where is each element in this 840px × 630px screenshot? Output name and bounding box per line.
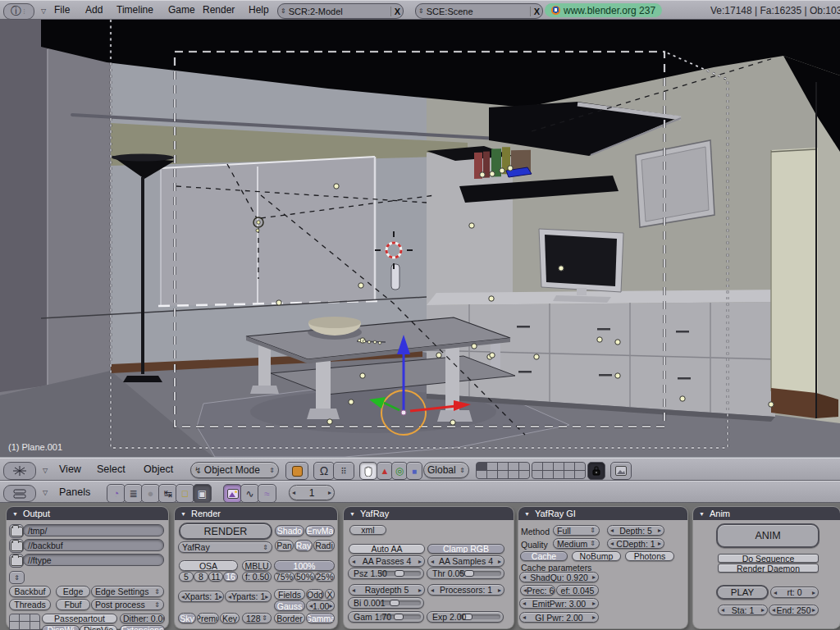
layer-toggle[interactable] bbox=[554, 471, 564, 478]
dispview-toggle[interactable]: DispVie bbox=[80, 625, 117, 630]
xparts-field[interactable]: ◂Xparts: 1▸ bbox=[178, 591, 224, 602]
size-25-button[interactable]: 25% bbox=[315, 572, 335, 582]
manipulator-scale-toggle[interactable]: ■ bbox=[406, 462, 422, 480]
layer-toggle[interactable] bbox=[519, 463, 529, 470]
backbuf-toggle[interactable]: Backbuf bbox=[9, 586, 51, 597]
thr-slider[interactable]: Thr 0.05 bbox=[427, 568, 504, 579]
post-process-menu[interactable]: Post process⇕ bbox=[91, 599, 164, 610]
premul-toggle[interactable]: Premu bbox=[197, 613, 219, 623]
psz-slider[interactable]: Psz 1.50 bbox=[348, 568, 424, 579]
aa-samples-field[interactable]: ◂AA Samples 4▸ bbox=[427, 555, 504, 567]
size-75-button[interactable]: 75% bbox=[274, 572, 294, 582]
dither-field[interactable]: Dither: 0.000 bbox=[120, 614, 165, 623]
play-button[interactable]: PLAY bbox=[716, 585, 769, 600]
anim-panel-header[interactable]: ▼Anim bbox=[693, 507, 840, 520]
window[interactable] bbox=[158, 157, 379, 306]
sta-field[interactable]: ◂Sta: 1▸ bbox=[718, 605, 768, 615]
layer-grid-2[interactable] bbox=[532, 462, 586, 479]
viewport-3d[interactable]: (1) Plane.001 bbox=[0, 20, 840, 458]
render-panel-header[interactable]: ▼Render bbox=[175, 507, 337, 520]
render-preview-button[interactable] bbox=[610, 462, 632, 480]
gipwr-field[interactable]: ◂GI Pwr: 2.00▸ bbox=[519, 612, 599, 623]
screen-browse-icon[interactable]: ⇕ bbox=[281, 7, 286, 15]
object-menu[interactable]: Object bbox=[144, 459, 173, 480]
panel-collapse-icon[interactable]: ▼ bbox=[349, 511, 355, 517]
osa-11-button[interactable]: 11 bbox=[208, 572, 223, 582]
header-collapse-icon[interactable]: ▽ bbox=[41, 7, 46, 15]
sequencer-subcontext-button[interactable]: ∿ bbox=[240, 484, 259, 503]
extensions-toggle[interactable]: Extensions bbox=[120, 625, 165, 630]
manipulator-rotate-toggle[interactable]: ◎ bbox=[391, 462, 408, 480]
bowl[interactable] bbox=[308, 317, 362, 340]
sideboard[interactable] bbox=[427, 290, 783, 422]
clamp-rgb-toggle[interactable]: Clamp RGB bbox=[427, 544, 504, 554]
render-window-position-grid[interactable] bbox=[9, 614, 40, 630]
layer-toggle[interactable] bbox=[575, 463, 585, 470]
shadow-toggle[interactable]: Shado bbox=[275, 525, 304, 536]
output-mini-menu-button[interactable]: ⇕ bbox=[9, 571, 25, 584]
render-subcontext-button[interactable] bbox=[223, 484, 242, 503]
do-sequence-toggle[interactable]: Do Sequence bbox=[718, 554, 819, 563]
layer-toggle[interactable] bbox=[554, 463, 564, 470]
photons-toggle[interactable]: Photons bbox=[625, 551, 674, 561]
screen-selector[interactable]: ⇕ SCR:2-Model X bbox=[277, 3, 404, 19]
blender-link[interactable]: www.blender.org 237 bbox=[545, 3, 662, 17]
cache-toggle[interactable]: Cache bbox=[520, 551, 568, 561]
gauss-value-field[interactable]: ◂1.00▸ bbox=[306, 600, 335, 611]
rt-field[interactable]: ◂rt: 0▸ bbox=[770, 587, 819, 598]
key-toggle[interactable]: Key bbox=[220, 613, 240, 623]
panel-collapse-icon[interactable]: ▼ bbox=[180, 511, 186, 517]
menu-timeline[interactable]: Timeline bbox=[116, 1, 153, 19]
yafray-gi-panel-header[interactable]: ▼YafRay GI bbox=[518, 507, 687, 520]
octree-dropdown[interactable]: 128⇕ bbox=[242, 613, 272, 623]
gamma-toggle[interactable]: Gamma bbox=[306, 613, 335, 623]
refinement-field[interactable]: ef: 0.045 bbox=[556, 585, 599, 596]
layer-toggle[interactable] bbox=[477, 471, 486, 478]
select-menu[interactable]: Select bbox=[97, 459, 126, 480]
layer-toggle[interactable] bbox=[543, 463, 553, 470]
layer-toggle[interactable] bbox=[543, 471, 553, 478]
menu-add[interactable]: Add bbox=[85, 1, 103, 19]
window-type-button[interactable]: ⓘ⋮ bbox=[3, 3, 34, 20]
xml-toggle[interactable]: xml bbox=[349, 525, 386, 535]
snap-icon-button[interactable]: ⠿ bbox=[333, 462, 354, 480]
scene-browse-icon[interactable]: ⇕ bbox=[418, 7, 424, 15]
lock-layers-toggle[interactable] bbox=[587, 462, 605, 480]
gamma-slider[interactable]: Gam 1.70 bbox=[348, 611, 424, 623]
fields-x-toggle[interactable]: X bbox=[325, 589, 335, 600]
output-panel-header[interactable]: ▼Output bbox=[7, 507, 168, 520]
edge-toggle[interactable]: Edge bbox=[56, 586, 90, 597]
buttons-menu-collapse-icon[interactable]: ▽ bbox=[43, 489, 48, 496]
tmp-folder-button[interactable] bbox=[9, 524, 24, 538]
object-context-button[interactable]: ↹ bbox=[158, 484, 177, 503]
end-field[interactable]: ◂End: 250▸ bbox=[769, 605, 819, 615]
yafray-panel-header[interactable]: ▼YafRay bbox=[344, 507, 514, 520]
panel-collapse-icon[interactable]: ▼ bbox=[699, 511, 705, 517]
manipulator-translate-toggle[interactable]: ▲ bbox=[377, 462, 393, 480]
mode-dropdown[interactable]: ↯ Object Mode⇕ bbox=[190, 462, 279, 478]
layer-toggle[interactable] bbox=[532, 471, 542, 478]
layer-toggle[interactable] bbox=[519, 471, 529, 478]
odd-toggle[interactable]: Odd bbox=[306, 589, 324, 600]
threads-toggle[interactable]: Threads bbox=[9, 599, 51, 610]
sky-toggle[interactable]: Sky bbox=[178, 613, 196, 623]
output-path-field[interactable]: /tmp/ bbox=[23, 524, 164, 536]
nobump-toggle[interactable]: NoBump bbox=[572, 551, 621, 561]
layer-toggle[interactable] bbox=[532, 463, 542, 470]
osa-16-button[interactable]: 16 bbox=[223, 572, 238, 582]
gauss-toggle[interactable]: Gauss bbox=[274, 600, 305, 611]
render-button[interactable]: RENDER bbox=[179, 523, 272, 540]
scene-name[interactable]: SCE:Scene bbox=[427, 7, 527, 16]
layer-toggle[interactable] bbox=[498, 471, 508, 478]
border-toggle[interactable]: Border bbox=[274, 613, 305, 623]
frame-number-field[interactable]: ◂1▸ bbox=[289, 485, 335, 500]
layer-toggle[interactable] bbox=[487, 471, 497, 478]
layer-toggle[interactable] bbox=[564, 471, 574, 478]
shadqu-field[interactable]: ◂ShadQu: 0.920▸ bbox=[519, 572, 599, 582]
orientation-dropdown[interactable]: Global⇕ bbox=[423, 462, 469, 478]
draw-type-dropdown[interactable] bbox=[285, 462, 308, 480]
exposure-slider[interactable]: Exp 2.00 bbox=[427, 611, 504, 623]
processors-field[interactable]: ◂Processors: 1▸ bbox=[427, 584, 504, 596]
fbuf-toggle[interactable]: Fbuf bbox=[56, 599, 90, 610]
layer-toggle[interactable] bbox=[498, 463, 508, 470]
